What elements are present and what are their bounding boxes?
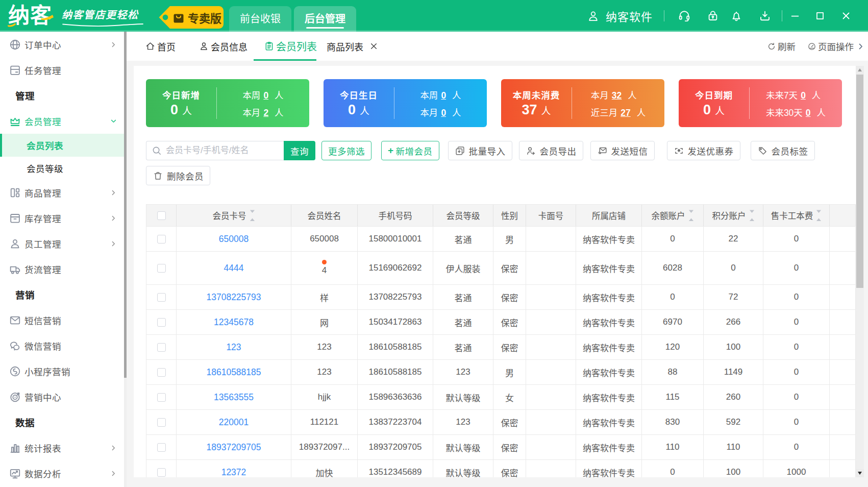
- breakdown-value[interactable]: 0: [806, 108, 811, 118]
- sidebar-item-sms-marketing[interactable]: 短信营销: [0, 307, 124, 333]
- member-card-link[interactable]: 13563555: [214, 392, 254, 403]
- table-row[interactable]: 12372加快13512345689默认等级保密纳客软件专卖01001000: [146, 460, 856, 477]
- row-checkbox[interactable]: [157, 418, 166, 427]
- account-menu[interactable]: 纳客软件: [587, 8, 653, 24]
- wechat-icon: [9, 339, 21, 352]
- table-row[interactable]: 1861058818512318610588185123男纳客软件专卖88114…: [146, 360, 856, 385]
- sidebar-subitem-member-list[interactable]: 会员列表: [0, 134, 124, 157]
- lock-screen-icon[interactable]: [706, 9, 720, 22]
- row-checkbox[interactable]: [157, 293, 166, 302]
- sidebar-scrollbar[interactable]: [124, 32, 127, 487]
- table-cell: 0: [763, 285, 830, 309]
- tab-close-icon[interactable]: [368, 41, 379, 52]
- row-checkbox[interactable]: [157, 343, 166, 352]
- member-card-link[interactable]: 12372: [221, 467, 246, 478]
- row-checkbox[interactable]: [157, 264, 166, 273]
- notification-bell-icon[interactable]: [730, 9, 743, 22]
- sidebar-item-logistics-management[interactable]: 货流管理: [0, 256, 124, 282]
- page-tab-home[interactable]: 首页: [135, 32, 186, 61]
- refresh-button[interactable]: 刷新: [767, 40, 796, 53]
- page-tab-member-info[interactable]: 会员信息: [188, 32, 258, 61]
- window-close-button[interactable]: [840, 10, 852, 21]
- row-checkbox[interactable]: [157, 393, 166, 402]
- sidebar-item-inventory-management[interactable]: 库存管理: [0, 205, 124, 231]
- page-tab-label: 会员信息: [211, 40, 247, 53]
- search-button[interactable]: 查询: [284, 141, 315, 160]
- table-header-cell[interactable]: 积分账户: [704, 205, 763, 226]
- mode-tab-cashier[interactable]: 前台收银: [229, 6, 291, 32]
- sidebar-item-member-management[interactable]: 会员管理: [0, 108, 124, 134]
- sort-icon[interactable]: [250, 210, 255, 221]
- breakdown-value[interactable]: 2: [263, 108, 268, 118]
- member-card-link[interactable]: 220001: [219, 417, 249, 428]
- breakdown-value[interactable]: 0: [441, 108, 446, 118]
- sidebar-item-staff-management[interactable]: 员工管理: [0, 231, 124, 256]
- table-row[interactable]: 4444415169062692伊人服装保密纳客软件专卖602800: [146, 252, 856, 285]
- sidebar-subitem-member-level[interactable]: 会员等级: [0, 157, 124, 180]
- row-checkbox[interactable]: [157, 443, 166, 452]
- sort-icon[interactable]: [688, 210, 694, 221]
- sidebar-item-goods-management[interactable]: 商品管理: [0, 180, 124, 205]
- sidebar-item-order-center[interactable]: 订单中心: [0, 32, 124, 57]
- member-tags-button[interactable]: 会员标签: [751, 141, 815, 160]
- member-card-link[interactable]: 4444: [224, 263, 244, 274]
- table-row[interactable]: 13708225793样13708225793茗通保密纳客软件专卖0720: [146, 285, 856, 310]
- window-maximize-button[interactable]: [814, 10, 826, 21]
- row-checkbox[interactable]: [157, 368, 166, 377]
- export-members-button[interactable]: 会员导出: [519, 141, 583, 160]
- add-member-button[interactable]: +新增会员: [381, 141, 439, 160]
- main-scrollbar-thumb[interactable]: [856, 75, 863, 288]
- table-header-cell[interactable]: 会员卡号: [177, 205, 291, 226]
- breakdown-value[interactable]: 0: [441, 90, 446, 101]
- member-search-input[interactable]: [146, 141, 284, 160]
- main-content: 今日新增0人本周0人本月2人今日生日0人本周0人本月0人本周未消费37人本月32…: [127, 61, 856, 477]
- sidebar-item-statistics-reports[interactable]: 统计报表: [0, 435, 124, 460]
- table-row[interactable]: 18937209705189372097...18937209705默认等级保密…: [146, 435, 856, 460]
- send-sms-button[interactable]: 发送短信: [590, 141, 655, 160]
- table-header-cell: 手机号码: [358, 205, 433, 226]
- row-checkbox[interactable]: [157, 318, 166, 327]
- download-icon[interactable]: [758, 9, 772, 22]
- sidebar-item-data-analysis[interactable]: 数据分析: [0, 460, 124, 486]
- breakdown-value[interactable]: 27: [621, 108, 630, 118]
- more-filters-button[interactable]: 更多筛选: [321, 141, 371, 160]
- window-minimize-button[interactable]: [789, 10, 801, 21]
- tabstrip-expand-chevron[interactable]: [856, 41, 866, 52]
- member-card-link[interactable]: 18610588185: [206, 367, 261, 378]
- breakdown-value[interactable]: 0: [801, 90, 806, 101]
- table-row[interactable]: 22000111212113837223704123保密纳客软件专卖830592…: [146, 410, 856, 435]
- member-card-link[interactable]: 18937209705: [206, 442, 261, 453]
- member-card-link[interactable]: 123: [226, 342, 241, 353]
- sidebar-item-marketing-center[interactable]: 营销中心: [0, 384, 124, 409]
- delete-member-button[interactable]: 删除会员: [146, 166, 210, 185]
- table-row[interactable]: 65000865000815800010001茗通男纳客软件专卖0220: [146, 227, 856, 252]
- table-header-cell[interactable]: 余额账户: [642, 205, 704, 226]
- sidebar-item-miniapp-marketing[interactable]: 小程序营销: [0, 358, 124, 384]
- export-user-icon: [526, 145, 536, 156]
- table-row[interactable]: 12345678网15034172863茗通保密纳客软件专卖69702660: [146, 310, 856, 335]
- sidebar-scrollbar-thumb[interactable]: [124, 32, 127, 378]
- batch-import-button[interactable]: 批量导入: [448, 141, 512, 160]
- sidebar-item-wechat-marketing[interactable]: 微信营销: [0, 333, 124, 358]
- breakdown-value[interactable]: 0: [263, 90, 268, 101]
- row-checkbox[interactable]: [157, 468, 166, 477]
- member-card-link[interactable]: 13708225793: [206, 292, 261, 303]
- table-header-cell[interactable]: 售卡工本费: [763, 205, 830, 226]
- table-row[interactable]: 12312318610588185茗通保密纳客软件专卖1201000: [146, 335, 856, 360]
- mode-tab-backoffice[interactable]: 后台管理: [294, 6, 356, 32]
- row-checkbox[interactable]: [157, 235, 166, 243]
- customer-service-icon[interactable]: [678, 9, 691, 22]
- table-row[interactable]: 13563555hjjk15896363636默认等级女纳客软件专卖115260…: [146, 385, 856, 410]
- send-coupon-button[interactable]: 发送优惠券: [667, 141, 740, 160]
- scrollbar-down-button[interactable]: [856, 469, 864, 477]
- sort-icon[interactable]: [816, 210, 822, 221]
- member-card-link[interactable]: 650008: [219, 234, 249, 245]
- breakdown-value[interactable]: 32: [612, 90, 622, 101]
- page-actions-button[interactable]: 页面操作: [807, 40, 854, 53]
- sort-icon[interactable]: [749, 210, 755, 221]
- sidebar-item-task-management[interactable]: 任务管理: [0, 57, 124, 83]
- page-tab-goods-list[interactable]: 商品列表: [316, 32, 389, 61]
- select-all-checkbox[interactable]: [157, 211, 166, 220]
- member-card-link[interactable]: 12345678: [214, 317, 254, 328]
- scrollbar-up-button[interactable]: [856, 66, 864, 75]
